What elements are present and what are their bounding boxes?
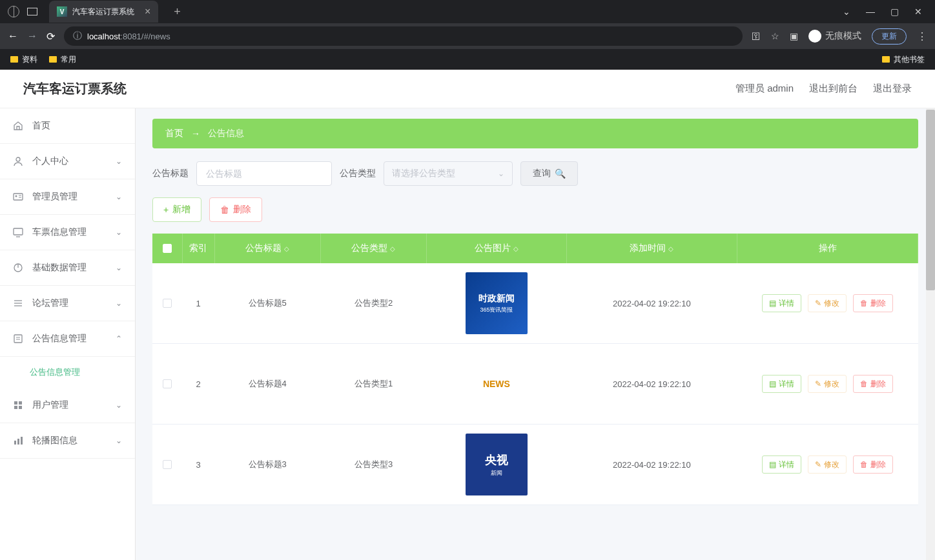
sort-icon: ◇ xyxy=(284,245,289,252)
row-checkbox[interactable] xyxy=(163,299,172,308)
sidebar-item-admin[interactable]: 管理员管理 ⌄ xyxy=(0,179,135,215)
sidebar-subitem-notice[interactable]: 公告信息管理 xyxy=(0,357,135,388)
sidebar-item-personal[interactable]: 个人中心 ⌄ xyxy=(0,144,135,179)
row-checkbox[interactable] xyxy=(163,460,172,469)
detail-button[interactable]: ▤详情 xyxy=(762,455,801,474)
star-icon[interactable]: ☆ xyxy=(771,31,779,41)
plus-icon: + xyxy=(163,205,169,215)
breadcrumb: 首页 → 公告信息 xyxy=(152,119,918,148)
incognito-indicator[interactable]: 无痕模式 xyxy=(808,30,861,43)
svg-rect-20 xyxy=(17,439,19,445)
list-icon xyxy=(13,298,23,308)
chevron-down-icon[interactable]: ⌄ xyxy=(843,6,850,17)
back-button[interactable]: ← xyxy=(8,30,18,42)
col-title[interactable]: 公告标题◇ xyxy=(214,234,320,263)
new-tab-button[interactable]: + xyxy=(174,5,181,19)
col-type[interactable]: 公告类型◇ xyxy=(320,234,426,263)
exit-to-front-link[interactable]: 退出到前台 xyxy=(809,83,858,95)
sort-icon: ◇ xyxy=(668,245,673,252)
sidebar-item-forum[interactable]: 论坛管理 ⌄ xyxy=(0,286,135,321)
minimize-button[interactable]: — xyxy=(866,6,875,17)
reload-button[interactable]: ⟳ xyxy=(46,30,55,43)
chevron-down-icon: ⌄ xyxy=(116,436,122,445)
delete-button[interactable]: 🗑 删除 xyxy=(209,197,262,222)
row-delete-button[interactable]: 🗑删除 xyxy=(853,375,893,393)
forward-button[interactable]: → xyxy=(27,30,37,42)
logout-link[interactable]: 退出登录 xyxy=(873,83,912,95)
home-icon xyxy=(13,121,23,131)
bookmark-item[interactable]: 资料 xyxy=(10,54,37,65)
breadcrumb-home[interactable]: 首页 xyxy=(165,128,183,139)
power-icon xyxy=(13,263,23,273)
trash-icon: 🗑 xyxy=(860,379,868,388)
svg-rect-17 xyxy=(14,406,17,409)
filter-bar: 公告标题 公告类型 请选择公告类型 ⌄ 查询 🔍 xyxy=(152,161,918,186)
chevron-up-icon: ⌃ xyxy=(116,334,122,343)
svg-point-2 xyxy=(15,195,17,197)
incognito-icon xyxy=(808,30,821,43)
svg-rect-16 xyxy=(19,401,22,405)
edit-button[interactable]: ✎修改 xyxy=(808,455,847,474)
svg-rect-12 xyxy=(14,335,22,343)
cell-time: 2022-04-02 19:22:10 xyxy=(566,344,737,425)
svg-rect-1 xyxy=(14,194,23,200)
site-info-icon: ⓘ xyxy=(73,30,82,42)
chevron-down-icon: ⌄ xyxy=(116,401,122,410)
row-delete-button[interactable]: 🗑删除 xyxy=(853,294,893,312)
update-button[interactable]: 更新 xyxy=(872,28,907,45)
folder-icon xyxy=(49,56,57,63)
row-delete-button[interactable]: 🗑删除 xyxy=(853,455,893,474)
bookmark-item[interactable]: 常用 xyxy=(49,54,76,65)
maximize-button[interactable]: ▢ xyxy=(890,6,899,17)
tab-close-icon[interactable]: × xyxy=(145,6,150,17)
filter-title-input[interactable] xyxy=(196,161,332,186)
edit-button[interactable]: ✎修改 xyxy=(808,375,847,393)
svg-rect-21 xyxy=(21,437,23,445)
edit-icon: ✎ xyxy=(815,379,821,388)
notice-icon xyxy=(13,334,23,344)
window-icon xyxy=(27,8,37,15)
detail-button[interactable]: ▤详情 xyxy=(762,294,801,312)
document-icon: ▤ xyxy=(769,299,776,308)
url-input[interactable]: ⓘ localhost:8081/#/news xyxy=(64,26,743,46)
close-window-button[interactable]: ✕ xyxy=(914,6,922,17)
cell-title: 公告标题5 xyxy=(214,263,320,344)
menu-dots-icon[interactable]: ⋮ xyxy=(917,30,927,43)
app: 汽车客运订票系统 管理员 admin 退出到前台 退出登录 首页 个人中心 ⌄ … xyxy=(0,70,935,560)
sidebar-item-notice[interactable]: 公告信息管理 ⌃ xyxy=(0,321,135,357)
col-index: 索引 xyxy=(182,234,214,263)
search-button[interactable]: 查询 🔍 xyxy=(520,161,578,186)
sidebar-item-user[interactable]: 用户管理 ⌄ xyxy=(0,388,135,423)
add-button[interactable]: + 新增 xyxy=(152,197,201,222)
col-action: 操作 xyxy=(737,234,918,263)
trash-icon: 🗑 xyxy=(860,299,868,308)
table-row: 3 公告标题3 公告类型3 央视新闻 2022-04-02 19:22:10 ▤… xyxy=(152,425,918,505)
sidebar-item-ticket[interactable]: 车票信息管理 ⌄ xyxy=(0,215,135,250)
chevron-down-icon: ⌄ xyxy=(116,228,122,237)
app-header: 汽车客运订票系统 管理员 admin 退出到前台 退出登录 xyxy=(0,70,935,108)
extensions-icon[interactable]: ▣ xyxy=(790,31,798,41)
bookmark-other[interactable]: 其他书签 xyxy=(882,54,925,65)
sidebar-item-carousel[interactable]: 轮播图信息 ⌄ xyxy=(0,423,135,459)
checkbox-all[interactable] xyxy=(163,244,172,253)
cell-index: 1 xyxy=(182,263,214,344)
scrollbar[interactable] xyxy=(926,108,935,560)
col-time[interactable]: 添加时间◇ xyxy=(566,234,737,263)
breadcrumb-current: 公告信息 xyxy=(208,128,244,139)
sidebar-item-home[interactable]: 首页 xyxy=(0,108,135,144)
row-checkbox[interactable] xyxy=(163,379,172,388)
document-icon: ▤ xyxy=(769,460,776,469)
svg-point-0 xyxy=(16,157,20,161)
detail-button[interactable]: ▤详情 xyxy=(762,375,801,393)
cell-type: 公告类型3 xyxy=(320,425,426,505)
filter-type-select[interactable]: 请选择公告类型 ⌄ xyxy=(384,161,513,186)
edit-button[interactable]: ✎修改 xyxy=(808,294,847,312)
user-icon xyxy=(13,156,23,166)
sidebar-item-basedata[interactable]: 基础数据管理 ⌄ xyxy=(0,250,135,286)
browser-tab[interactable]: V 汽车客运订票系统 × xyxy=(49,1,158,23)
key-icon[interactable]: ⚿ xyxy=(752,31,761,41)
user-label[interactable]: 管理员 admin xyxy=(735,83,794,95)
svg-rect-5 xyxy=(14,228,23,235)
cell-title: 公告标题3 xyxy=(214,425,320,505)
col-img[interactable]: 公告图片◇ xyxy=(427,234,567,263)
